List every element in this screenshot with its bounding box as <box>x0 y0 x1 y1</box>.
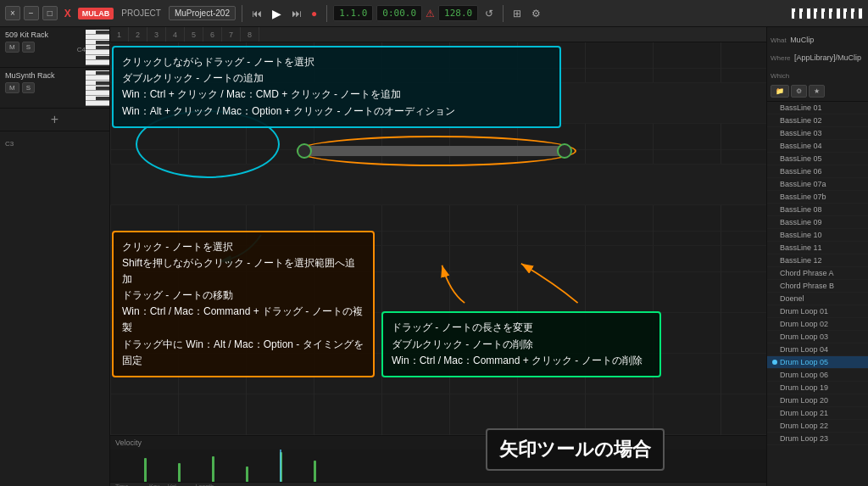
sidebar-list-item-11[interactable]: BassLine 11 <box>767 242 868 254</box>
mute-btn-2[interactable]: M <box>5 82 19 93</box>
main-area: 509 Kit Rack M S <box>0 27 868 486</box>
separator2 <box>326 5 327 22</box>
mulab-label[interactable]: MULAB <box>78 8 114 20</box>
tooltip-cyan-line4: Win：Alt + クリック / Mac：Option + クリック - ノート… <box>122 103 551 120</box>
bpm-display: 128.0 <box>438 5 478 21</box>
ruler-mark-8: 8 <box>241 27 259 42</box>
sidebar-list-item-21[interactable]: Drum Loop 06 <box>767 369 868 382</box>
add-track-btn[interactable]: + <box>0 109 109 131</box>
sidebar-tab-2[interactable]: ⚙ <box>791 85 807 98</box>
velocity-label: Velocity <box>110 436 766 450</box>
sidebar-list-item-20[interactable]: Drum Loop 05 <box>767 356 868 369</box>
sidebar-list-item-24[interactable]: Drum Loop 21 <box>767 407 868 420</box>
app-logo: X <box>61 8 75 20</box>
sidebar-list-item-15[interactable]: Doenel <box>767 293 868 305</box>
velocity-bar-1 <box>144 458 147 482</box>
sidebar-what-label: What <box>771 36 787 44</box>
position-indicator <box>280 450 281 482</box>
sidebar-list-item-10[interactable]: BassLine 10 <box>767 229 868 242</box>
project-title: MuProject-202 <box>169 6 236 20</box>
ruler-mark-5: 5 <box>185 27 203 42</box>
maximize-btn[interactable]: □ <box>42 6 58 20</box>
sidebar-which-field: Which <box>771 66 865 81</box>
sidebar-list-item-13[interactable]: Chord Phrase A <box>767 267 868 280</box>
velocity-bar-3 <box>212 456 214 482</box>
tooltip-orange-left-line4: Win：Ctrl / Mac：Command + ドラッグ - ノートの複製 <box>122 304 364 336</box>
separator3 <box>503 5 504 22</box>
sidebar-list-item-2[interactable]: BassLine 03 <box>767 127 868 140</box>
sidebar-top: What MuClip Where [AppLibrary]/MuClip Wh… <box>767 27 868 102</box>
sidebar-list-item-9[interactable]: BassLine 09 <box>767 216 868 229</box>
sidebar-which-label: Which <box>771 72 789 80</box>
sidebar-tab-3[interactable]: ★ <box>809 85 825 98</box>
tooltip-orange-left-line1: クリック - ノートを選択 <box>122 239 364 255</box>
right-sidebar: What MuClip Where [AppLibrary]/MuClip Wh… <box>766 27 868 486</box>
sidebar-list-item-0[interactable]: BassLine 01 <box>767 102 868 115</box>
note-label-c3: C3 <box>0 131 109 148</box>
velocity-area <box>110 450 766 482</box>
ruler-mark-3: 3 <box>147 27 166 42</box>
sidebar-list-item-14[interactable]: Chord Phrase B <box>767 280 868 293</box>
track-row-4 <box>110 165 766 205</box>
sidebar-what-field: What MuClip <box>771 31 865 46</box>
sidebar-list-item-19[interactable]: Drum Loop 04 <box>767 344 868 356</box>
timeline-area: 1 2 3 4 5 6 7 8 クリックしながらドラッグ - ノートを選択 ダブ… <box>110 27 766 486</box>
bpm-sync-icon[interactable]: ↺ <box>481 6 497 21</box>
close-btn[interactable]: × <box>5 6 20 20</box>
ruler-mark-2: 2 <box>129 27 147 42</box>
sidebar-list-item-18[interactable]: Drum Loop 03 <box>767 331 868 344</box>
settings-icon[interactable]: ⚙ <box>528 6 544 21</box>
forward-btn[interactable]: ⏭ <box>288 6 305 21</box>
tooltip-green-right: ドラッグ - ノートの長さを変更 ダブルクリック - ノートの削除 Win：Ct… <box>381 311 661 377</box>
sidebar-list-item-3[interactable]: BassLine 04 <box>767 140 868 153</box>
ruler-mark-7: 7 <box>222 27 241 42</box>
sidebar-list-item-4[interactable]: BassLine 05 <box>767 153 868 165</box>
sidebar-list-item-17[interactable]: Drum Loop 02 <box>767 318 868 331</box>
title-text: 矢印ツールの場合 <box>499 439 651 460</box>
tooltip-orange-left: クリック - ノートを選択 Shiftを押しながらクリック - ノートを選択範囲… <box>112 231 375 378</box>
note-label-c4: C4 <box>77 46 86 53</box>
sidebar-list-item-5[interactable]: BassLine 06 <box>767 165 868 178</box>
sidebar-list-item-25[interactable]: Drum Loop 22 <box>767 420 868 433</box>
rewind-btn[interactable]: ⏮ <box>248 6 265 21</box>
sidebar-tab-1[interactable]: 📁 <box>771 85 789 98</box>
sidebar-where-label: Where <box>771 54 791 62</box>
record-btn[interactable]: ● <box>308 6 320 21</box>
bottom-info-bar: Time 1.3.240 Key G2 Vel 110.0 Length 5.3… <box>110 482 766 486</box>
title-box: 矢印ツールの場合 <box>486 428 665 471</box>
track-row-3 <box>110 124 766 165</box>
ruler-mark-4: 4 <box>166 27 185 42</box>
solo-btn-2[interactable]: S <box>22 82 35 93</box>
sidebar-list-item-6[interactable]: BassLine 07a <box>767 178 868 191</box>
separator <box>242 5 242 22</box>
top-toolbar: × − □ X MULAB PROJECT MuProject-202 ⏮ ▶ … <box>0 0 868 27</box>
track-2: MuSynth Rack M S <box>0 68 109 109</box>
grid-icon[interactable]: ⊞ <box>509 6 525 21</box>
tooltip-green-right-line3: Win：Ctrl / Mac：Command + クリック - ノートの削除 <box>392 353 651 369</box>
project-label[interactable]: PROJECT <box>117 7 165 20</box>
mute-btn-1[interactable]: M <box>5 42 19 53</box>
left-panel: 509 Kit Rack M S <box>0 27 110 486</box>
grid-container[interactable]: クリックしながらドラッグ - ノートを選択 ダブルクリック - ノートの追加 W… <box>110 42 766 435</box>
velocity-bar-2 <box>178 463 181 482</box>
sidebar-list-item-7[interactable]: BassLine 07b <box>767 191 868 204</box>
solo-btn-1[interactable]: S <box>22 42 35 53</box>
play-btn[interactable]: ▶ <box>268 5 286 22</box>
sidebar-list-item-8[interactable]: BassLine 08 <box>767 204 868 216</box>
tooltip-cyan-line3: Win：Ctrl + クリック / Mac：CMD + クリック - ノートを追… <box>122 87 551 103</box>
ruler-mark-1: 1 <box>110 27 129 42</box>
time-display: 1.1.0 <box>333 5 373 21</box>
sidebar-where-value: [AppLibrary]/MuClip <box>794 53 861 62</box>
tooltip-green-right-line2: ダブルクリック - ノートの削除 <box>392 337 651 353</box>
sidebar-list-item-1[interactable]: BassLine 02 <box>767 115 868 127</box>
sidebar-list-item-16[interactable]: Drum Loop 01 <box>767 305 868 318</box>
tooltip-orange-left-line3: ドラッグ - ノートの移動 <box>122 288 364 304</box>
tooltip-cyan: クリックしながらドラッグ - ノートを選択 ダブルクリック - ノートの追加 W… <box>112 46 561 128</box>
timeline-ruler: 1 2 3 4 5 6 7 8 <box>110 27 766 42</box>
sidebar-list-item-12[interactable]: BassLine 12 <box>767 254 868 267</box>
track-1: 509 Kit Rack M S <box>0 27 109 68</box>
sidebar-list-item-26[interactable]: Drum Loop 23 <box>767 433 868 445</box>
minimize-btn[interactable]: − <box>24 6 39 20</box>
sidebar-list-item-23[interactable]: Drum Loop 20 <box>767 394 868 407</box>
sidebar-list-item-22[interactable]: Drum Loop 19 <box>767 382 868 394</box>
